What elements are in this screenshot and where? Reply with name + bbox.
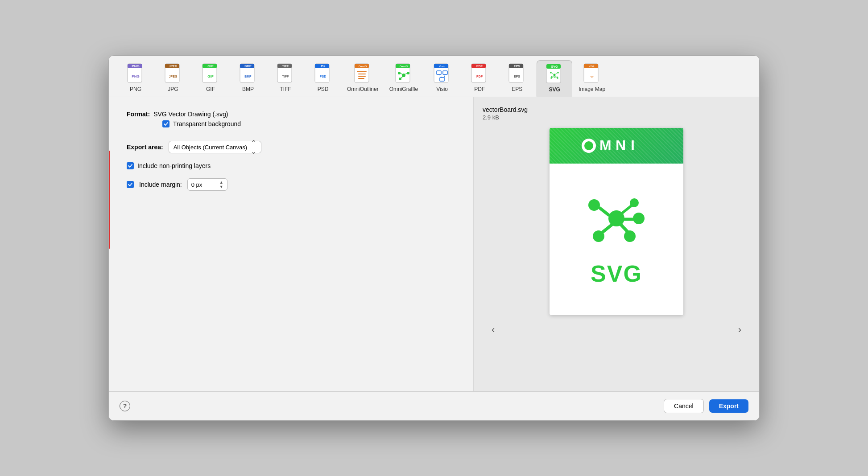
svg-line-90 bbox=[622, 206, 631, 213]
svg-line-88 bbox=[603, 225, 612, 232]
format-label: Format: bbox=[127, 111, 150, 118]
svg-text:TIFF: TIFF bbox=[282, 65, 289, 68]
prev-arrow-button[interactable]: ‹ bbox=[487, 322, 499, 337]
preview-panel: vectorBoard.svg 2.9 kB M N bbox=[474, 97, 759, 391]
export-dialog: PNG PNG PNG JPEG JPEG JPG bbox=[108, 55, 760, 421]
svg-text:TIFF: TIFF bbox=[282, 75, 289, 78]
svg-text:HTML: HTML bbox=[589, 65, 595, 68]
psd-icon: Ps PSD bbox=[314, 63, 332, 84]
tab-tiff[interactable]: TIFF TIFF TIFF bbox=[268, 60, 303, 97]
tab-psd-label: PSD bbox=[318, 86, 329, 92]
tab-pdf[interactable]: PDF PDF PDF bbox=[462, 60, 497, 97]
svg-text:JPEG: JPEG bbox=[169, 75, 178, 78]
help-button[interactable]: ? bbox=[120, 401, 130, 411]
svg-text:GIF: GIF bbox=[207, 64, 213, 68]
margin-checkbox[interactable] bbox=[127, 181, 134, 188]
tab-psd[interactable]: Ps PSD PSD bbox=[305, 60, 341, 97]
tab-svg[interactable]: SVG SVG SVG bbox=[537, 60, 572, 97]
preview-body: SVG bbox=[550, 164, 683, 315]
margin-row: Include margin: 0 px ▲ ▼ bbox=[127, 178, 455, 191]
svg-line-89 bbox=[621, 225, 628, 232]
jpg-icon: JPEG JPEG bbox=[164, 63, 182, 84]
svg-text:Visio: Visio bbox=[439, 65, 446, 68]
margin-value: 0 px bbox=[191, 181, 203, 188]
format-section: Format: SVG Vector Drawing (.svg) Transp… bbox=[127, 111, 455, 127]
margin-stepper[interactable]: ▲ ▼ bbox=[219, 181, 223, 189]
tab-png[interactable]: PNG PNG PNG bbox=[118, 60, 153, 97]
preview-nav: ‹ › bbox=[483, 322, 750, 337]
transparent-bg-row[interactable]: Transparent background bbox=[162, 120, 455, 127]
dropdown-arrow-icon: ⌃⌄ bbox=[251, 139, 256, 156]
eps-icon: EPS EPS bbox=[508, 63, 526, 84]
stepper-down-icon[interactable]: ▼ bbox=[219, 185, 223, 189]
tab-gif-label: GIF bbox=[206, 86, 215, 92]
cancel-button[interactable]: Cancel bbox=[664, 399, 704, 413]
svg-text:JPEG: JPEG bbox=[169, 65, 178, 68]
red-accent-bar bbox=[109, 151, 110, 249]
imagemap-icon: HTML </> bbox=[583, 63, 601, 84]
omnioutliner-icon: OmniO bbox=[353, 63, 372, 84]
svg-point-82 bbox=[633, 213, 645, 224]
svg-line-40 bbox=[405, 74, 407, 74]
tab-visio-label: Visio bbox=[436, 86, 448, 92]
svg-point-37 bbox=[407, 72, 409, 74]
format-tabs-bar: PNG PNG PNG JPEG JPEG JPG bbox=[109, 56, 759, 97]
omnigraffle-icon: OmniG bbox=[394, 63, 413, 84]
tab-eps[interactable]: EPS EPS EPS bbox=[499, 60, 535, 97]
tab-bmp[interactable]: BMP BMP BMP bbox=[230, 60, 266, 97]
bmp-icon: BMP BMP bbox=[239, 63, 257, 84]
svg-text:BMP: BMP bbox=[244, 75, 252, 78]
svg-point-63 bbox=[550, 72, 552, 74]
svg-text:I: I bbox=[631, 137, 636, 153]
preview-filesize: 2.9 kB bbox=[483, 114, 499, 121]
tab-omnigraffle[interactable]: OmniG OmniGraffle bbox=[385, 60, 422, 97]
svg-point-65 bbox=[550, 77, 552, 79]
svg-text:EPS: EPS bbox=[514, 75, 520, 78]
svg-network-icon bbox=[585, 192, 648, 251]
non-printing-checkbox[interactable] bbox=[127, 162, 134, 169]
stepper-up-icon[interactable]: ▲ bbox=[219, 181, 223, 185]
non-printing-label: Include non-printing layers bbox=[137, 162, 211, 169]
export-button[interactable]: Export bbox=[709, 399, 748, 413]
svg-rect-30 bbox=[358, 76, 366, 77]
tab-png-label: PNG bbox=[130, 86, 141, 92]
svg-text:EPS: EPS bbox=[514, 65, 520, 68]
transparent-bg-checkbox[interactable] bbox=[162, 120, 169, 127]
export-area-label: Export area: bbox=[127, 144, 163, 151]
tab-eps-label: EPS bbox=[512, 86, 522, 92]
tab-tiff-label: TIFF bbox=[280, 86, 291, 92]
left-panel: Format: SVG Vector Drawing (.svg) Transp… bbox=[109, 97, 474, 391]
svg-icon: SVG SVG bbox=[545, 63, 564, 85]
visio-icon: Visio bbox=[433, 63, 451, 84]
main-content: Format: SVG Vector Drawing (.svg) Transp… bbox=[109, 97, 759, 391]
margin-label: Include margin: bbox=[139, 181, 182, 188]
tab-omnioutliner-label: OmniOutliner bbox=[347, 86, 379, 92]
svg-point-64 bbox=[557, 72, 559, 74]
svg-text:Ps: Ps bbox=[321, 64, 325, 68]
svg-text:PSD: PSD bbox=[320, 75, 326, 78]
tab-jpg-label: JPG bbox=[168, 86, 178, 92]
tab-jpg[interactable]: JPEG JPEG JPG bbox=[155, 60, 191, 97]
svg-point-66 bbox=[557, 77, 558, 79]
margin-input[interactable]: 0 px ▲ ▼ bbox=[187, 178, 227, 191]
tab-gif[interactable]: GIF GIF GIF bbox=[193, 60, 228, 97]
tab-omnioutliner[interactable]: OmniO OmniOutliner bbox=[343, 60, 383, 97]
tab-imagemap[interactable]: HTML </> Image Map bbox=[574, 60, 610, 97]
svg-point-84 bbox=[624, 230, 636, 242]
tiff-icon: TIFF TIFF bbox=[276, 63, 295, 84]
next-arrow-button[interactable]: › bbox=[734, 322, 746, 337]
export-area-section: Export area: All Objects (Current Canvas… bbox=[127, 141, 455, 153]
tab-visio[interactable]: Visio Visio bbox=[424, 60, 460, 97]
svg-rect-29 bbox=[358, 74, 366, 74]
svg-text:N: N bbox=[616, 137, 627, 153]
svg-text:PDF: PDF bbox=[476, 75, 483, 78]
export-area-dropdown[interactable]: All Objects (Current Canvas) ⌃⌄ bbox=[169, 141, 261, 153]
non-printing-row[interactable]: Include non-printing layers bbox=[127, 162, 455, 169]
svg-text:PNG: PNG bbox=[132, 74, 139, 78]
svg-line-39 bbox=[401, 74, 402, 74]
svg-text:PNG: PNG bbox=[132, 64, 139, 68]
format-value: SVG Vector Drawing (.svg) bbox=[153, 111, 228, 118]
svg-point-81 bbox=[588, 199, 600, 211]
tab-pdf-label: PDF bbox=[474, 86, 485, 92]
svg-text:</>: </> bbox=[591, 75, 594, 78]
